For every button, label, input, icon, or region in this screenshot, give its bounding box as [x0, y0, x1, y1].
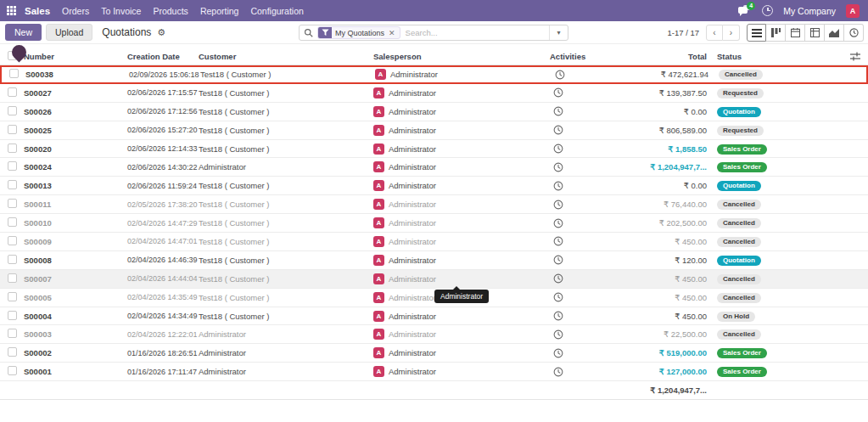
table-row[interactable]: S00020 02/06/2026 12:14:33 Test18 ( Cust… [0, 140, 868, 159]
menu-to-invoice[interactable]: To Invoice [101, 6, 141, 16]
row-activity-button[interactable] [550, 329, 602, 340]
company-name[interactable]: My Company [783, 6, 836, 16]
row-checkbox[interactable] [8, 180, 17, 189]
user-avatar[interactable]: A [846, 4, 860, 18]
salesperson-avatar[interactable]: A [373, 329, 384, 340]
table-row[interactable]: S00024 02/06/2026 14:30:22 Administrator… [0, 158, 868, 177]
row-checkbox[interactable] [8, 329, 17, 338]
row-checkbox[interactable] [8, 366, 17, 375]
row-checkbox[interactable] [8, 106, 17, 115]
row-activity-button[interactable] [550, 273, 602, 284]
salesperson-avatar[interactable]: A [373, 161, 384, 172]
row-activity-button[interactable] [550, 255, 602, 265]
salesperson-avatar[interactable]: A [373, 106, 384, 117]
graph-view-button[interactable] [825, 24, 844, 42]
row-activity-button[interactable] [550, 292, 602, 302]
row-checkbox[interactable] [8, 311, 17, 320]
row-activity-button[interactable] [550, 181, 602, 191]
pivot-view-button[interactable] [805, 24, 825, 42]
salesperson-avatar[interactable]: A [373, 292, 384, 303]
col-header-customer[interactable]: Customer [197, 52, 373, 61]
table-row[interactable]: S00026 02/06/2026 17:12:56 Test18 ( Cust… [0, 103, 868, 121]
row-activity-button[interactable] [550, 218, 602, 228]
row-checkbox[interactable] [8, 143, 17, 153]
pager-prev-button[interactable]: ‹ [706, 25, 723, 41]
row-checkbox[interactable] [8, 347, 17, 357]
row-checkbox[interactable] [8, 125, 17, 134]
table-row[interactable]: S00007 02/04/2026 14:44:04 Test18 ( Cust… [0, 270, 868, 289]
gear-icon[interactable]: ⚙ [157, 27, 165, 38]
row-activity-button[interactable] [550, 87, 602, 98]
activity-view-button[interactable] [844, 24, 864, 42]
row-activity-button[interactable] [550, 236, 602, 246]
optional-columns-icon[interactable] [843, 52, 868, 61]
app-name[interactable]: Sales [25, 6, 50, 16]
search-input[interactable]: Search... [406, 28, 549, 37]
salesperson-avatar[interactable]: A [373, 347, 384, 358]
table-row[interactable]: S00008 02/04/2026 14:46:39 Test18 ( Cust… [0, 251, 868, 270]
table-row[interactable]: S00025 02/06/2026 15:27:20 Test18 ( Cust… [0, 121, 868, 140]
table-row[interactable]: S00013 02/06/2026 11:59:24 Test18 ( Cust… [0, 177, 868, 195]
row-checkbox[interactable] [9, 69, 19, 78]
col-header-activities[interactable]: Activities [550, 52, 602, 61]
table-row[interactable]: S00010 02/04/2026 14:47:29 Test18 ( Cust… [0, 214, 868, 233]
messages-icon[interactable]: 4 [738, 5, 752, 16]
col-header-status[interactable]: Status [710, 52, 843, 61]
row-checkbox[interactable] [8, 292, 17, 301]
filter-remove-icon[interactable]: ✕ [388, 29, 400, 37]
salesperson-avatar[interactable]: A [373, 366, 384, 377]
table-row[interactable]: S00002 01/16/2026 18:26:51 Administrator… [0, 344, 868, 363]
salesperson-avatar[interactable]: A [373, 217, 384, 228]
table-row[interactable]: S00001 01/16/2026 17:11:47 Administrator… [0, 363, 868, 381]
salesperson-avatar[interactable]: A [375, 69, 386, 80]
col-header-salesperson[interactable]: Salesperson [373, 52, 550, 61]
row-activity-button[interactable] [550, 367, 602, 377]
row-checkbox[interactable] [8, 217, 17, 227]
table-row[interactable]: S00004 02/04/2026 14:34:49 Test18 ( Cust… [0, 307, 868, 326]
list-view-button[interactable] [747, 24, 766, 42]
search-bar[interactable]: My Quotations ✕ Search... ▾ [299, 25, 568, 41]
row-checkbox[interactable] [8, 236, 17, 245]
row-activity-button[interactable] [550, 311, 602, 321]
activities-clock-icon[interactable] [762, 5, 773, 16]
row-checkbox[interactable] [8, 255, 17, 264]
menu-products[interactable]: Products [153, 6, 188, 16]
row-activity-button[interactable] [550, 348, 602, 358]
new-button[interactable]: New [5, 24, 42, 41]
row-activity-button[interactable] [550, 125, 602, 135]
salesperson-avatar[interactable]: A [373, 236, 384, 247]
row-activity-button[interactable] [550, 106, 602, 116]
col-header-number[interactable]: Number [24, 52, 127, 61]
salesperson-avatar[interactable]: A [373, 87, 384, 98]
row-activity-button[interactable] [552, 70, 604, 80]
calendar-view-button[interactable] [786, 24, 805, 42]
table-row[interactable]: S00009 02/04/2026 14:47:01 Test18 ( Cust… [0, 233, 868, 251]
menu-configuration[interactable]: Configuration [250, 6, 303, 16]
menu-orders[interactable]: Orders [62, 6, 89, 16]
table-row[interactable]: S00027 02/06/2026 17:15:57 Test18 ( Cust… [0, 84, 868, 103]
salesperson-avatar[interactable]: A [373, 143, 384, 155]
kanban-view-button[interactable] [766, 24, 786, 42]
row-activity-button[interactable] [550, 200, 602, 210]
upload-button[interactable]: Upload [46, 24, 92, 41]
table-row[interactable]: S00038 02/09/2026 15:06:18 Test18 ( Cust… [0, 65, 868, 84]
menu-reporting[interactable]: Reporting [200, 6, 239, 16]
pager-next-button[interactable]: › [723, 25, 740, 41]
row-activity-button[interactable] [550, 143, 602, 154]
row-checkbox[interactable] [8, 161, 17, 171]
table-row[interactable]: S00011 02/05/2026 17:38:20 Test18 ( Cust… [0, 195, 868, 214]
salesperson-avatar[interactable]: A [373, 311, 384, 322]
salesperson-avatar[interactable]: A [373, 125, 384, 136]
row-checkbox[interactable] [8, 199, 17, 208]
row-checkbox[interactable] [8, 87, 17, 97]
filter-chip[interactable]: My Quotations ✕ [317, 26, 400, 39]
salesperson-avatar[interactable]: A [373, 199, 384, 210]
table-row[interactable]: S00003 02/04/2026 12:22:01 Administrator… [0, 325, 868, 344]
apps-grid-icon[interactable] [7, 6, 16, 15]
col-header-creation-date[interactable]: Creation Date [127, 52, 197, 61]
salesperson-avatar[interactable]: A [373, 180, 384, 191]
salesperson-avatar[interactable]: A [373, 255, 384, 266]
salesperson-avatar[interactable]: A [373, 273, 384, 284]
row-activity-button[interactable] [550, 162, 602, 172]
row-checkbox[interactable] [8, 273, 17, 283]
